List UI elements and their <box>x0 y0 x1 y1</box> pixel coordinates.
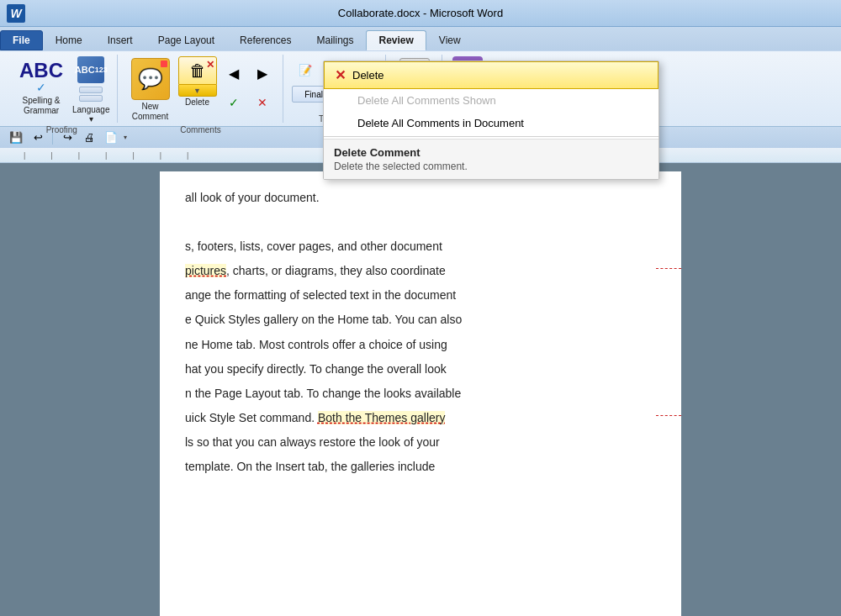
tab-review[interactable]: Review <box>366 30 426 50</box>
tab-mailings[interactable]: Mailings <box>304 30 366 50</box>
proofing-label: Proofing <box>46 124 77 134</box>
delete-icon: 🗑 <box>189 61 206 81</box>
tooltip-title: Delete Comment <box>334 146 648 159</box>
new-document-button[interactable]: 📄 <box>102 129 120 146</box>
dropdown-delete-all-label: Delete All Comments in Document <box>357 117 524 129</box>
delete-button[interactable]: 🗑 ✕ ▼ Delete <box>178 56 217 107</box>
track-changes-button[interactable]: 📝 <box>292 56 319 83</box>
document-area: all look of your document. s, footers, l… <box>0 163 841 616</box>
delete-dropdown-menu: ✕ Delete Delete All Comments Shown Delet… <box>323 61 659 180</box>
tab-bar: File Home Insert Page Layout References … <box>0 27 841 50</box>
track-row1: ◀ ▶ <box>220 60 276 87</box>
abc-icon: ABC <box>19 61 63 81</box>
dropdown-delete-all-item[interactable]: Delete All Comments in Document <box>324 112 659 134</box>
spelling-grammar-button[interactable]: ABC ✓ Spelling &Grammar <box>13 56 69 120</box>
document-page: all look of your document. s, footers, l… <box>160 171 681 616</box>
document-content: all look of your document. s, footers, l… <box>185 188 656 476</box>
delete-x-icon: ✕ <box>206 59 214 71</box>
para-10: uick Style Set command. Both the Themes … <box>185 408 656 428</box>
tab-view[interactable]: View <box>426 30 473 50</box>
lang-bar1 <box>79 87 103 93</box>
para-9: n the Page Layout tab. To change the loo… <box>185 384 656 403</box>
tab-home[interactable]: Home <box>43 30 95 50</box>
dropdown-delete-all-shown-label: Delete All Comments Shown <box>357 94 496 107</box>
para-2 <box>185 213 656 232</box>
language-area: ABC123 Language▾ <box>72 56 110 124</box>
delete-label: Delete <box>185 97 209 107</box>
save-button[interactable]: 💾 <box>7 129 25 146</box>
para-4: pictures, charts, or diagrams, they also… <box>185 261 656 281</box>
next-comment-button[interactable]: ▶ <box>249 60 276 87</box>
comments-label: Comments <box>180 124 220 134</box>
print-button[interactable]: 🖨 <box>80 129 98 146</box>
comments-group: 💬 NewComment 🗑 ✕ ▼ Delete ◀ <box>119 55 283 123</box>
new-comment-label: NewComment <box>132 102 168 122</box>
delete-dropdown-arrow[interactable]: ▼ <box>178 85 217 97</box>
para-11: ls so that you can always restore the lo… <box>185 433 656 452</box>
highlight-themes: Both the Themes gallery <box>318 411 446 424</box>
para-12: template. On the Insert tab, the galleri… <box>185 457 656 476</box>
para-3: s, footers, lists, cover pages, and othe… <box>185 237 656 256</box>
language-icon: ABC123 <box>77 56 104 83</box>
undo-button[interactable]: ↩ <box>29 129 47 146</box>
previous-comment-button[interactable]: ◀ <box>220 60 247 87</box>
quick-access-dropdown[interactable]: ▾ <box>124 134 127 141</box>
track-row2: ✓ ✕ <box>220 89 276 116</box>
lang-bar2 <box>79 95 103 102</box>
para-1: all look of your document. <box>185 188 656 208</box>
tooltip-description: Delete the selected comment. <box>334 161 648 172</box>
accept-button[interactable]: ✓ <box>220 89 247 116</box>
new-comment-icon: 💬 <box>131 58 170 100</box>
track-buttons: ◀ ▶ ✓ ✕ <box>220 56 276 116</box>
title-text: Collaborate.docx - Microsoft Word <box>338 7 503 19</box>
checkmark-icon: ✓ <box>36 81 46 94</box>
spacer-icon <box>334 94 351 107</box>
delete-item-icon: ✕ <box>335 67 346 83</box>
tab-pagelayout[interactable]: Page Layout <box>145 30 227 50</box>
para-6: e Quick Styles gallery on the Home tab. … <box>185 310 656 329</box>
para-5: ange the formatting of selected text in … <box>185 286 656 305</box>
spelling-label: Spelling &Grammar <box>22 96 60 116</box>
dropdown-separator <box>324 136 659 137</box>
dropdown-delete-item[interactable]: ✕ Delete <box>324 61 659 89</box>
title-bar: W Collaborate.docx - Microsoft Word <box>0 0 841 27</box>
spacer-icon2 <box>334 117 351 129</box>
highlight-pictures: pictures <box>185 264 226 277</box>
delete-icon-area: 🗑 ✕ <box>178 56 217 85</box>
para-7: ne Home tab. Most controls offer a choic… <box>185 335 656 355</box>
para-8: hat you specify directly. To change the … <box>185 360 656 379</box>
comments-items: 💬 NewComment 🗑 ✕ ▼ Delete ◀ <box>126 56 276 124</box>
proofing-group: ABC ✓ Spelling &Grammar ABC123 Language▾… <box>7 55 118 123</box>
proofing-items: ABC ✓ Spelling &Grammar ABC123 Language▾ <box>13 56 110 124</box>
language-label: Language▾ <box>72 105 110 124</box>
tab-file[interactable]: File <box>0 30 43 50</box>
new-comment-button[interactable]: 💬 NewComment <box>126 56 175 124</box>
dropdown-delete-label: Delete <box>352 69 384 82</box>
connector-1 <box>656 268 681 269</box>
reject-button[interactable]: ✕ <box>249 89 276 116</box>
document-wrapper: all look of your document. s, footers, l… <box>0 163 841 616</box>
word-icon: W <box>7 4 25 23</box>
dropdown-delete-all-shown-item: Delete All Comments Shown <box>324 89 659 112</box>
dropdown-tooltip: Delete Comment Delete the selected comme… <box>324 139 659 179</box>
tab-references[interactable]: References <box>227 30 304 50</box>
tab-insert[interactable]: Insert <box>95 30 145 50</box>
connector-2 <box>656 415 681 416</box>
